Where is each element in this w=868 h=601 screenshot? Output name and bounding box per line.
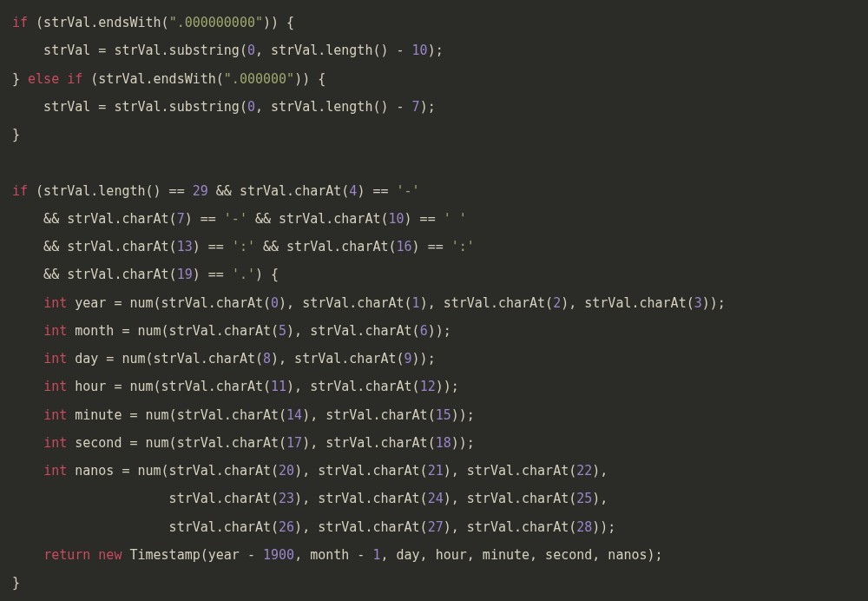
code-token: (strVal.endsWith( — [28, 15, 169, 30]
code-token: 28 — [576, 519, 592, 535]
code-token: if — [12, 183, 28, 199]
code-token: ), strVal.charAt( — [279, 295, 412, 311]
code-token — [12, 323, 43, 339]
code-token: 12 — [420, 379, 436, 394]
code-token: , strVal.length() - — [255, 99, 412, 115]
code-token — [12, 463, 43, 479]
code-token: 0 — [271, 295, 279, 311]
code-token: ), strVal.charAt( — [294, 491, 428, 506]
code-token: ), strVal.charAt( — [294, 519, 428, 535]
code-token: int — [43, 463, 67, 479]
code-token: ), strVal.charAt( — [444, 491, 577, 506]
code-token: else if — [28, 71, 82, 87]
code-token: 27 — [428, 519, 444, 535]
code-token: , strVal.length() - — [255, 43, 412, 58]
code-token: int — [43, 435, 67, 451]
code-token: 25 — [576, 491, 592, 506]
code-token: 29 — [193, 183, 208, 199]
code-token: strVal = strVal.substring( — [12, 99, 247, 115]
code-token: ), — [592, 491, 608, 506]
code-token: strVal.charAt( — [12, 491, 279, 506]
code-token: ) == — [193, 267, 232, 282]
code-token: )); — [451, 407, 475, 423]
code-token: (strVal.endsWith( — [82, 71, 224, 87]
code-token — [12, 547, 43, 563]
code-token: 7 — [412, 99, 420, 115]
code-token: '-' — [397, 183, 420, 199]
code-token: 10 — [412, 43, 428, 58]
code-token: minute = num(strVal.charAt( — [67, 407, 286, 423]
code-token: 14 — [286, 407, 302, 423]
code-token: } — [12, 127, 20, 142]
code-token: '-' — [224, 211, 247, 227]
code-token: 13 — [177, 239, 193, 254]
code-token: (strVal.length() == — [28, 183, 193, 199]
code-token: 6 — [420, 323, 428, 339]
code-token: 0 — [247, 99, 255, 115]
code-token: ".000000" — [224, 71, 294, 87]
code-token: return new — [43, 547, 122, 563]
code-token: )); — [451, 435, 475, 451]
code-token: ) == — [357, 183, 396, 199]
code-token: )); — [702, 295, 726, 311]
code-token: 19 — [177, 267, 193, 282]
code-token: ) == — [185, 211, 224, 227]
code-token: ), strVal.charAt( — [286, 323, 420, 339]
code-token — [12, 379, 43, 394]
code-token — [12, 351, 43, 367]
code-token: day = num(strVal.charAt( — [67, 351, 263, 367]
code-token: hour = num(strVal.charAt( — [67, 379, 271, 394]
code-token: ':' — [232, 239, 255, 254]
code-token: second = num(strVal.charAt( — [67, 435, 286, 451]
code-token: int — [43, 323, 67, 339]
code-token: int — [43, 295, 67, 311]
code-token: year = num(strVal.charAt( — [67, 295, 271, 311]
code-token: 3 — [694, 295, 702, 311]
code-token: ".000000000" — [169, 15, 263, 30]
code-token: ) { — [255, 267, 279, 282]
code-token: 8 — [263, 351, 271, 367]
code-token: ), strVal.charAt( — [420, 295, 554, 311]
code-token: && strVal.charAt( — [208, 183, 350, 199]
code-token: if — [12, 15, 28, 30]
code-token: 23 — [279, 491, 294, 506]
code-token: ), strVal.charAt( — [294, 463, 428, 479]
code-token: 20 — [279, 463, 294, 479]
code-token: ), strVal.charAt( — [444, 519, 577, 535]
code-token: int — [43, 407, 67, 423]
code-token: 16 — [397, 239, 412, 254]
code-token: 24 — [428, 491, 444, 506]
code-token: )) { — [294, 71, 326, 87]
code-token: '.' — [232, 267, 255, 282]
code-token: 15 — [436, 407, 451, 423]
code-token: ); — [420, 99, 436, 115]
code-token: ), strVal.charAt( — [561, 295, 694, 311]
code-token: int — [43, 351, 67, 367]
code-token: ), strVal.charAt( — [286, 379, 420, 394]
code-token: int — [43, 379, 67, 394]
code-token: ':' — [451, 239, 475, 254]
code-token: } — [12, 71, 28, 87]
code-token: )); — [592, 519, 615, 535]
code-token: && strVal.charAt( — [12, 267, 177, 282]
code-token — [12, 407, 43, 423]
code-token: && strVal.charAt( — [255, 239, 397, 254]
code-token: ), strVal.charAt( — [271, 351, 404, 367]
code-token: 9 — [404, 351, 412, 367]
code-token: 22 — [576, 463, 592, 479]
code-content: if (strVal.endsWith(".000000000")) { str… — [12, 15, 726, 591]
code-token: ' ' — [444, 211, 467, 227]
code-token: ); — [428, 43, 444, 58]
code-token: && strVal.charAt( — [247, 211, 389, 227]
code-token: 11 — [271, 379, 286, 394]
code-token: 2 — [553, 295, 561, 311]
code-token: ) == — [404, 211, 444, 227]
code-token: ), strVal.charAt( — [302, 435, 436, 451]
code-token: 7 — [177, 211, 185, 227]
code-token: ), — [592, 463, 608, 479]
code-token: ) == — [193, 239, 232, 254]
code-block: if (strVal.endsWith(".000000000")) { str… — [0, 0, 868, 601]
code-token: 17 — [286, 435, 302, 451]
code-token: 26 — [279, 519, 294, 535]
code-token: , month - — [294, 547, 372, 563]
